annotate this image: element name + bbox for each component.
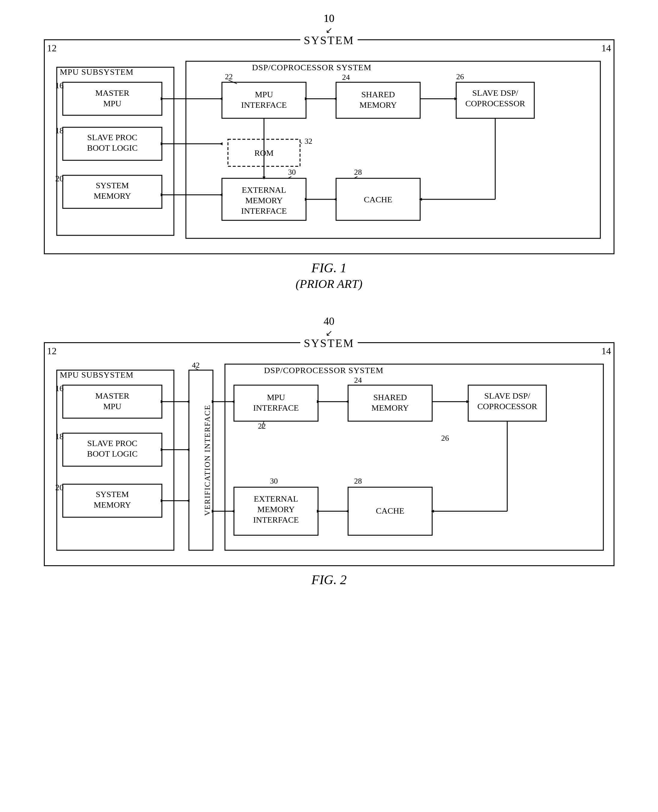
- svg-text:COPROCESSOR: COPROCESSOR: [465, 99, 525, 108]
- page-container: 10 10 ↙ SYSTEM 12 14 MPU SUBSYSTEM MASTE…: [18, 12, 640, 587]
- fig2-corner-ref-right: 14: [602, 346, 611, 357]
- svg-text:22: 22: [258, 422, 266, 430]
- svg-text:COPROCESSOR: COPROCESSOR: [477, 402, 537, 411]
- svg-text:SLAVE DSP/: SLAVE DSP/: [472, 88, 518, 97]
- svg-text:16: 16: [55, 81, 64, 90]
- svg-text:SLAVE DSP/: SLAVE DSP/: [484, 391, 530, 401]
- svg-text:20: 20: [55, 174, 64, 183]
- svg-text:16: 16: [55, 383, 64, 393]
- svg-text:MEMORY: MEMORY: [257, 505, 294, 514]
- svg-text:MEMORY: MEMORY: [359, 100, 396, 110]
- svg-text:18: 18: [55, 432, 64, 441]
- svg-text:DSP/COPROCESSOR SYSTEM: DSP/COPROCESSOR SYSTEM: [252, 63, 371, 72]
- svg-marker-115: [186, 448, 190, 451]
- svg-text:MPU: MPU: [267, 393, 285, 402]
- fig1-ref-top: 10: [324, 12, 335, 25]
- svg-text:30: 30: [288, 168, 296, 177]
- svg-text:MEMORY: MEMORY: [93, 500, 131, 509]
- fig2-diagram: MPU SUBSYSTEM MASTER MPU 16 SLAVE PROC B…: [54, 361, 606, 556]
- figure-1-section: 10 10 ↙ SYSTEM 12 14 MPU SUBSYSTEM MASTE…: [18, 12, 640, 291]
- svg-text:18: 18: [55, 126, 64, 135]
- svg-marker-121: [232, 510, 235, 513]
- svg-text:MASTER: MASTER: [95, 88, 129, 97]
- svg-line-33: [300, 142, 302, 144]
- svg-text:MPU: MPU: [255, 90, 273, 99]
- svg-text:EXTERNAL: EXTERNAL: [242, 185, 286, 194]
- svg-marker-124: [346, 400, 349, 403]
- svg-text:MEMORY: MEMORY: [245, 196, 282, 205]
- svg-text:CACHE: CACHE: [376, 506, 404, 515]
- svg-text:CACHE: CACHE: [364, 195, 392, 204]
- fig2-system-box: SYSTEM 12 14 MPU SUBSYSTEM MASTER MPU 16…: [44, 342, 614, 566]
- svg-text:MEMORY: MEMORY: [371, 403, 409, 413]
- svg-marker-49: [219, 142, 222, 145]
- svg-text:28: 28: [354, 477, 362, 485]
- fig1-caption: FIG. 1: [296, 260, 362, 275]
- svg-marker-52: [219, 193, 222, 196]
- svg-text:MASTER: MASTER: [95, 391, 129, 401]
- svg-text:MPU SUBSYSTEM: MPU SUBSYSTEM: [60, 370, 134, 379]
- svg-text:24: 24: [354, 376, 362, 385]
- svg-text:SHARED: SHARED: [361, 90, 395, 99]
- svg-text:BOOT LOGIC: BOOT LOGIC: [87, 449, 137, 458]
- svg-text:INTERFACE: INTERFACE: [241, 100, 287, 110]
- svg-marker-112: [232, 400, 235, 403]
- fig1-corner-ref-left: 12: [47, 42, 57, 54]
- svg-text:EXTERNAL: EXTERNAL: [254, 494, 298, 504]
- svg-text:MPU: MPU: [103, 402, 121, 411]
- svg-text:MEMORY: MEMORY: [93, 191, 131, 200]
- fig1-system-box: SYSTEM 12 14 MPU SUBSYSTEM MASTER MPU 16…: [44, 39, 614, 254]
- svg-text:SYSTEM: SYSTEM: [96, 181, 129, 190]
- fig1-system-label: SYSTEM: [300, 34, 358, 47]
- fig2-corner-ref-left: 12: [47, 346, 57, 357]
- svg-marker-109: [186, 400, 190, 403]
- svg-text:INTERFACE: INTERFACE: [253, 403, 299, 413]
- fig1-corner-ref-right: 14: [602, 42, 611, 54]
- svg-text:26: 26: [456, 72, 464, 81]
- svg-text:24: 24: [342, 73, 350, 81]
- svg-marker-55: [334, 97, 337, 100]
- svg-text:INTERFACE: INTERFACE: [253, 515, 299, 524]
- svg-marker-118: [186, 499, 190, 502]
- svg-marker-63: [334, 198, 337, 201]
- svg-text:32: 32: [304, 137, 312, 146]
- svg-text:26: 26: [441, 434, 449, 443]
- svg-text:SLAVE PROC: SLAVE PROC: [87, 133, 137, 142]
- svg-text:SHARED: SHARED: [373, 393, 407, 402]
- svg-text:30: 30: [270, 477, 278, 485]
- svg-text:BOOT LOGIC: BOOT LOGIC: [87, 143, 137, 152]
- fig1-caption-sub: (PRIOR ART): [296, 277, 362, 291]
- svg-marker-132: [346, 510, 349, 513]
- svg-text:INTERFACE: INTERFACE: [241, 206, 287, 216]
- svg-text:MPU SUBSYSTEM: MPU SUBSYSTEM: [60, 67, 134, 77]
- svg-marker-46: [219, 97, 222, 100]
- svg-text:20: 20: [55, 483, 64, 492]
- svg-text:VERIFICATION INTERFACE: VERIFICATION INTERFACE: [203, 405, 212, 516]
- svg-text:SYSTEM: SYSTEM: [96, 490, 129, 499]
- fig1-diagram: MPU SUBSYSTEM MASTER MPU 16 SLAVE PROC B…: [54, 58, 606, 244]
- svg-text:SLAVE PROC: SLAVE PROC: [87, 438, 137, 448]
- svg-text:DSP/COPROCESSOR SYSTEM: DSP/COPROCESSOR SYSTEM: [264, 366, 384, 375]
- svg-text:MPU: MPU: [103, 99, 121, 108]
- svg-text:22: 22: [225, 72, 233, 81]
- svg-text:28: 28: [354, 168, 362, 177]
- fig2-system-label: SYSTEM: [300, 336, 358, 350]
- fig2-caption: FIG. 2: [312, 572, 346, 587]
- figure-2-section: 40 ↙ SYSTEM 12 14 MPU SUBSYSTEM MASTER M…: [18, 315, 640, 587]
